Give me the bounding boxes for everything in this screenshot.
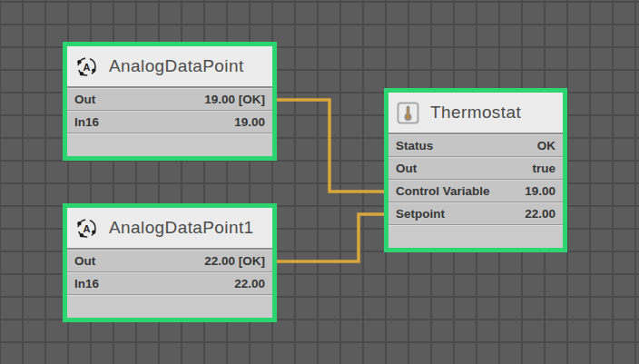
slot-row-out[interactable]: Out true [388,157,563,180]
slot-label: In16 [74,277,99,290]
node-thermostat-header[interactable]: Thermostat [388,93,563,134]
slot-value: 22.00 [525,207,555,221]
slot-row-out[interactable]: Out 22.00 [OK] [67,250,272,272]
slot-value: OK [537,139,555,152]
node-title: AnalogDataPoint [109,56,244,76]
slot-row-setpoint[interactable]: Setpoint 22.00 [388,202,563,225]
node-title: AnalogDataPoint1 [109,218,254,238]
wire-analogdatapoint-out-to-thermostat-control-variable[interactable] [275,100,385,192]
slot-label: Out [74,254,95,268]
slot-row-out[interactable]: Out 19.00 [OK] [67,88,272,111]
slot-value: 19.00 [OK] [204,93,265,106]
svg-text:A: A [84,61,91,72]
slot-label: In16 [74,115,99,129]
node-title: Thermostat [430,103,521,123]
slot-value: 22.00 [OK] [204,254,265,268]
slot-label: Control Variable [396,184,490,198]
wire-analogdatapoint1-out-to-thermostat-setpoint[interactable] [275,214,385,261]
wiresheet-canvas[interactable]: A AnalogDataPoint Out 19.00 [OK] In16 19… [0,0,639,364]
analog-point-icon: A [74,216,99,241]
node-analogdatapoint1-header[interactable]: A AnalogDataPoint1 [67,208,272,250]
slot-value: 22.00 [234,277,265,290]
slot-label: Out [74,93,95,106]
svg-text:A: A [84,222,91,233]
thermostat-icon [396,101,420,125]
slot-label: Status [396,139,433,152]
slot-row-status[interactable]: Status OK [388,134,563,157]
slot-label: Setpoint [396,207,445,221]
node-footer [388,225,563,248]
node-analogdatapoint[interactable]: A AnalogDataPoint Out 19.00 [OK] In16 19… [63,42,277,161]
slot-row-control-variable[interactable]: Control Variable 19.00 [388,180,563,202]
slot-value: true [532,162,555,175]
analog-point-icon: A [74,54,99,79]
node-analogdatapoint-header[interactable]: A AnalogDataPoint [67,46,272,88]
slot-value: 19.00 [525,184,555,198]
node-footer [67,295,272,318]
slot-row-in16[interactable]: In16 22.00 [67,272,272,295]
slot-label: Out [396,162,417,175]
slot-value: 19.00 [234,115,265,129]
node-analogdatapoint1[interactable]: A AnalogDataPoint1 Out 22.00 [OK] In16 2… [63,203,277,322]
node-footer [67,133,272,156]
node-thermostat[interactable]: Thermostat Status OK Out true Control Va… [384,88,567,252]
slot-row-in16[interactable]: In16 19.00 [67,111,272,133]
